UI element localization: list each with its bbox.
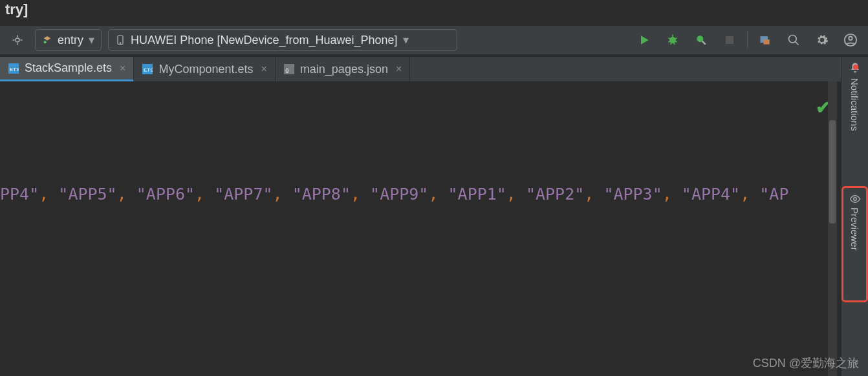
run-button[interactable] (633, 29, 655, 51)
svg-marker-1 (44, 36, 51, 41)
svg-rect-8 (726, 36, 733, 44)
stop-button (719, 29, 741, 51)
tab-mycomponent[interactable]: ETS MyComponent.ets × (134, 57, 275, 81)
search-icon[interactable] (783, 29, 805, 51)
breadcrumb-fragment: try] (5, 1, 28, 18)
close-icon[interactable]: × (396, 63, 402, 75)
svg-point-4 (120, 43, 120, 43)
tab-label: main_pages.json (300, 63, 388, 76)
module-selector-label: entry (58, 34, 83, 47)
json-file-icon: {} (283, 63, 295, 75)
module-selector[interactable]: entry ▾ (35, 29, 102, 51)
svg-point-13 (849, 37, 852, 41)
project-structure-icon[interactable] (754, 29, 776, 51)
svg-rect-10 (764, 39, 770, 44)
previewer-tool-window[interactable]: Previewer (841, 186, 868, 302)
chevron-down-icon: ▾ (89, 33, 94, 47)
scrollbar-thumb[interactable] (829, 120, 836, 224)
profile-button[interactable] (690, 29, 712, 51)
svg-point-0 (16, 38, 19, 42)
svg-text:{}: {} (285, 67, 289, 73)
svg-text:ETS: ETS (144, 67, 153, 73)
account-icon[interactable] (840, 29, 862, 51)
close-icon[interactable]: × (261, 63, 266, 75)
vertical-scrollbar[interactable] (828, 81, 837, 376)
tab-mainpages[interactable]: {} main_pages.json × (276, 57, 410, 81)
svg-point-20 (853, 198, 856, 201)
editor-area[interactable]: PP4", "APP5", "APP6", "APP7", "APP8", "A… (0, 81, 837, 376)
svg-point-2 (44, 41, 47, 43)
tab-label: StackSample.ets (25, 61, 112, 75)
svg-point-11 (789, 36, 797, 43)
settings-icon[interactable] (811, 29, 833, 51)
code-line: PP4", "APP5", "APP6", "APP7", "APP8", "A… (0, 185, 788, 204)
close-icon[interactable]: × (120, 63, 125, 74)
svg-text:ETS: ETS (10, 67, 19, 72)
previewer-label: Previewer (849, 207, 860, 251)
right-tool-window-bar: Notifications Previewer (841, 57, 868, 376)
main-toolbar: entry ▾ HUAWEI Phone [NewDevice_from_Hua… (0, 26, 868, 54)
tab-label: MyComponent.ets (158, 63, 253, 76)
device-selector[interactable]: HUAWEI Phone [NewDevice_from_Huawei_Phon… (108, 29, 457, 51)
device-selector-label: HUAWEI Phone [NewDevice_from_Huawei_Phon… (131, 34, 398, 47)
notifications-tool-window[interactable]: Notifications (841, 57, 868, 136)
svg-marker-5 (641, 36, 649, 44)
debug-button[interactable] (662, 29, 684, 51)
eye-icon (849, 193, 861, 205)
chevron-down-icon: ▾ (403, 33, 409, 47)
ets-file-icon: ETS (8, 63, 19, 74)
notification-dot (853, 65, 858, 70)
target-icon[interactable] (6, 29, 28, 51)
ets-file-icon: ETS (142, 63, 153, 75)
tab-stacksample[interactable]: ETS StackSample.ets × (0, 57, 134, 81)
notifications-label: Notifications (849, 78, 860, 131)
svg-point-6 (669, 37, 676, 43)
editor-tabs: ETS StackSample.ets × ETS MyComponent.et… (0, 57, 842, 81)
